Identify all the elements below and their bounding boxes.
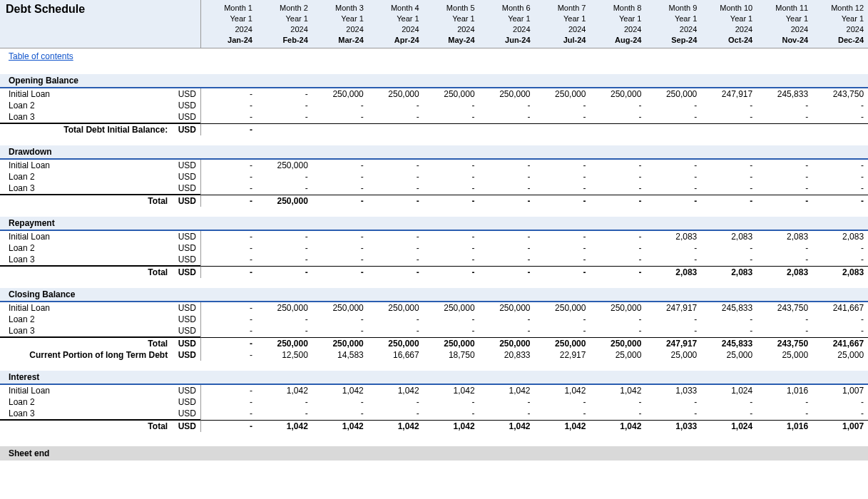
data-cell: - xyxy=(201,421,257,432)
data-cell: - xyxy=(535,325,591,338)
data-cell: - xyxy=(645,408,701,421)
data-cell: 250,000 xyxy=(590,88,645,100)
data-cell: - xyxy=(257,325,312,338)
section-head-repayment: Repayment xyxy=(0,217,868,231)
data-cell: - xyxy=(257,314,312,325)
data-cell: 250,000 xyxy=(590,338,645,349)
total-closing: TotalUSD-250,000250,000250,000250,000250… xyxy=(0,338,868,349)
data-cell: - xyxy=(757,111,812,124)
row-label: Loan 2 xyxy=(0,242,170,254)
row-opening-1: Loan 2USD------------ xyxy=(0,100,868,111)
data-cell: - xyxy=(424,396,479,408)
extra-closing: Current Portion of long Term DebtUSD-12,… xyxy=(0,349,868,361)
row-label: Loan 2 xyxy=(0,314,170,325)
data-cell: - xyxy=(701,242,757,254)
section-head-interest: Interest xyxy=(0,371,868,385)
data-cell: - xyxy=(201,325,257,338)
data-cell: - xyxy=(757,325,812,338)
data-cell: - xyxy=(257,100,312,111)
data-cell: - xyxy=(201,88,257,100)
header: Debt Schedule Month 1Year 12024Jan-24Mon… xyxy=(0,0,868,48)
row-unit: USD xyxy=(170,314,200,325)
row-unit: USD xyxy=(170,349,200,361)
data-cell: - xyxy=(201,124,257,135)
row-unit: USD xyxy=(170,254,200,266)
data-cell: - xyxy=(424,242,479,254)
row-label: Loan 2 xyxy=(0,171,170,182)
row-unit: USD xyxy=(170,302,200,314)
data-cell: 1,042 xyxy=(590,421,645,432)
data-cell: - xyxy=(535,100,591,111)
data-cell: 250,000 xyxy=(479,338,535,349)
data-cell: - xyxy=(201,338,257,349)
data-cell: - xyxy=(590,242,645,254)
data-cell: - xyxy=(368,396,424,408)
data-cell: 25,000 xyxy=(590,349,645,361)
data-cell: - xyxy=(479,231,535,242)
data-cell: 2,083 xyxy=(645,231,701,242)
data-cell xyxy=(479,124,535,135)
data-cell: 1,042 xyxy=(312,421,368,432)
data-cell: - xyxy=(368,254,424,267)
data-cell: - xyxy=(368,171,424,182)
data-cell: - xyxy=(535,242,591,254)
data-cell: - xyxy=(312,171,368,182)
row-label: Initial Loan xyxy=(0,88,170,100)
data-cell: 245,833 xyxy=(701,338,757,349)
row-repayment-1: Loan 2USD------------ xyxy=(0,242,868,254)
data-cell: - xyxy=(757,195,812,207)
data-cell: 243,750 xyxy=(757,302,812,314)
data-cell xyxy=(257,124,312,135)
data-cell: - xyxy=(368,231,424,242)
data-cell: - xyxy=(590,231,645,242)
total-interest: TotalUSD-1,0421,0421,0421,0421,0421,0421… xyxy=(0,421,868,432)
data-cell: - xyxy=(257,182,312,195)
data-cell: - xyxy=(257,396,312,408)
data-cell xyxy=(424,124,479,135)
data-cell: 247,917 xyxy=(645,338,701,349)
data-cell xyxy=(757,124,812,135)
data-cell: - xyxy=(424,182,479,195)
data-cell xyxy=(368,124,424,135)
data-cell: 250,000 xyxy=(312,88,368,100)
table-of-contents-link[interactable]: Table of contents xyxy=(9,51,73,61)
total-drawdown: TotalUSD-250,000---------- xyxy=(0,195,868,207)
month-col-7: Month 8Year 12024Aug-24 xyxy=(590,0,645,48)
data-cell: - xyxy=(479,396,535,408)
month-col-0: Month 1Year 12024Jan-24 xyxy=(201,0,257,48)
data-cell: 243,750 xyxy=(757,338,812,349)
row-drawdown-2: Loan 3USD------------ xyxy=(0,182,868,195)
data-cell: - xyxy=(535,396,591,408)
section-head-drawdown: Drawdown xyxy=(0,145,868,160)
data-cell: - xyxy=(257,408,312,421)
month-col-8: Month 9Year 12024Sep-24 xyxy=(645,0,701,48)
data-cell: - xyxy=(590,100,645,111)
data-cell: - xyxy=(812,242,868,254)
data-cell: 2,083 xyxy=(757,267,812,278)
row-unit: USD xyxy=(170,338,200,349)
row-label: Initial Loan xyxy=(0,385,170,396)
data-cell: - xyxy=(201,396,257,408)
data-cell: - xyxy=(590,254,645,267)
data-cell: - xyxy=(590,267,645,278)
month-col-2: Month 3Year 12024Mar-24 xyxy=(312,0,368,48)
sheet-end: Sheet end xyxy=(0,446,868,461)
data-cell: - xyxy=(312,408,368,421)
data-cell: 250,000 xyxy=(257,302,312,314)
row-unit: USD xyxy=(170,111,200,123)
row-unit: USD xyxy=(170,182,200,195)
data-cell: - xyxy=(424,100,479,111)
data-cell: 250,000 xyxy=(479,302,535,314)
data-cell: - xyxy=(535,111,591,124)
data-cell: 250,000 xyxy=(535,88,591,100)
data-cell: - xyxy=(812,160,868,171)
data-cell: 250,000 xyxy=(424,338,479,349)
row-opening-0: Initial LoanUSD--250,000250,000250,00025… xyxy=(0,88,868,100)
data-cell: - xyxy=(368,325,424,338)
data-cell: - xyxy=(424,408,479,421)
data-cell: - xyxy=(424,171,479,182)
data-cell: 250,000 xyxy=(424,88,479,100)
data-cell: 250,000 xyxy=(645,88,701,100)
data-cell: - xyxy=(479,195,535,207)
data-cell: - xyxy=(201,242,257,254)
